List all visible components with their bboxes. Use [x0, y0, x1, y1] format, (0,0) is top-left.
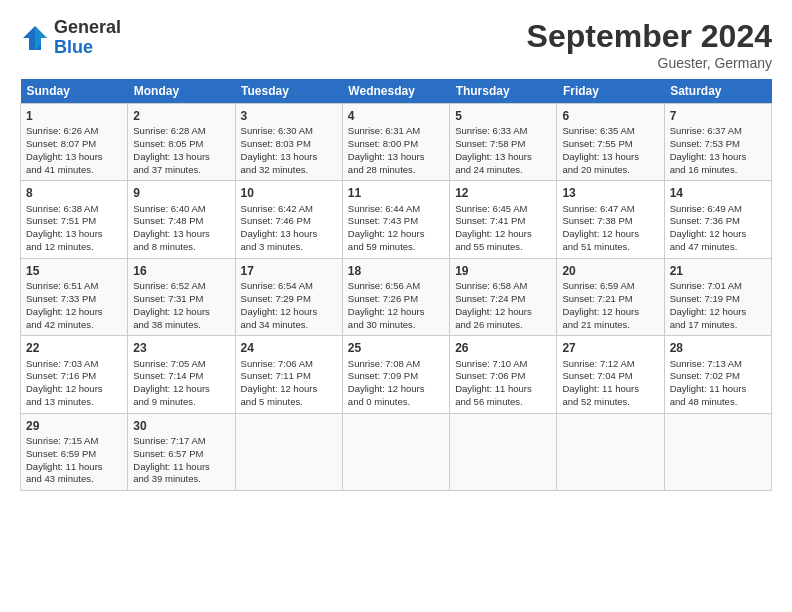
day-detail: Sunrise: 6:59 AM [562, 280, 658, 293]
day-detail: Sunset: 7:55 PM [562, 138, 658, 151]
calendar-cell [342, 413, 449, 490]
title-block: September 2024 Guester, Germany [527, 18, 772, 71]
day-number: 28 [670, 340, 766, 356]
day-detail: Sunrise: 6:47 AM [562, 203, 658, 216]
day-number: 10 [241, 185, 337, 201]
day-detail: Daylight: 12 hours [348, 383, 444, 396]
day-detail: and 38 minutes. [133, 319, 229, 332]
calendar-cell: 12Sunrise: 6:45 AMSunset: 7:41 PMDayligh… [450, 181, 557, 258]
calendar-cell: 5Sunrise: 6:33 AMSunset: 7:58 PMDaylight… [450, 104, 557, 181]
day-detail: Sunset: 7:24 PM [455, 293, 551, 306]
day-detail: and 8 minutes. [133, 241, 229, 254]
day-detail: Daylight: 12 hours [26, 306, 122, 319]
day-detail: Daylight: 12 hours [562, 228, 658, 241]
day-detail: Daylight: 12 hours [133, 383, 229, 396]
calendar-cell: 7Sunrise: 6:37 AMSunset: 7:53 PMDaylight… [664, 104, 771, 181]
weekday-header: Sunday [21, 79, 128, 104]
day-detail: and 51 minutes. [562, 241, 658, 254]
logo-line1: General [54, 18, 121, 38]
day-detail: Sunset: 7:14 PM [133, 370, 229, 383]
weekday-header: Wednesday [342, 79, 449, 104]
day-detail: Daylight: 12 hours [241, 306, 337, 319]
calendar-week: 29Sunrise: 7:15 AMSunset: 6:59 PMDayligh… [21, 413, 772, 490]
day-detail: and 48 minutes. [670, 396, 766, 409]
day-number: 29 [26, 418, 122, 434]
calendar-cell: 9Sunrise: 6:40 AMSunset: 7:48 PMDaylight… [128, 181, 235, 258]
day-detail: Daylight: 11 hours [455, 383, 551, 396]
calendar-cell [235, 413, 342, 490]
day-detail: and 24 minutes. [455, 164, 551, 177]
day-detail: Sunrise: 7:05 AM [133, 358, 229, 371]
day-detail: Sunrise: 6:45 AM [455, 203, 551, 216]
day-detail: Daylight: 12 hours [455, 228, 551, 241]
location: Guester, Germany [527, 55, 772, 71]
day-detail: and 28 minutes. [348, 164, 444, 177]
day-detail: Sunrise: 6:33 AM [455, 125, 551, 138]
day-detail: Daylight: 11 hours [133, 461, 229, 474]
day-detail: and 34 minutes. [241, 319, 337, 332]
calendar-cell: 23Sunrise: 7:05 AMSunset: 7:14 PMDayligh… [128, 336, 235, 413]
day-detail: and 41 minutes. [26, 164, 122, 177]
day-detail: Sunset: 7:11 PM [241, 370, 337, 383]
day-detail: Daylight: 12 hours [562, 306, 658, 319]
day-detail: and 16 minutes. [670, 164, 766, 177]
weekday-header: Tuesday [235, 79, 342, 104]
day-detail: and 13 minutes. [26, 396, 122, 409]
calendar-cell: 24Sunrise: 7:06 AMSunset: 7:11 PMDayligh… [235, 336, 342, 413]
day-detail: and 37 minutes. [133, 164, 229, 177]
day-number: 9 [133, 185, 229, 201]
day-detail: Sunset: 7:51 PM [26, 215, 122, 228]
day-detail: Sunset: 7:58 PM [455, 138, 551, 151]
calendar-week: 22Sunrise: 7:03 AMSunset: 7:16 PMDayligh… [21, 336, 772, 413]
day-detail: Sunrise: 6:44 AM [348, 203, 444, 216]
day-number: 3 [241, 108, 337, 124]
day-detail: Daylight: 12 hours [348, 306, 444, 319]
calendar-cell: 15Sunrise: 6:51 AMSunset: 7:33 PMDayligh… [21, 258, 128, 335]
day-number: 24 [241, 340, 337, 356]
day-detail: Daylight: 11 hours [562, 383, 658, 396]
day-detail: Sunrise: 6:26 AM [26, 125, 122, 138]
calendar-cell: 27Sunrise: 7:12 AMSunset: 7:04 PMDayligh… [557, 336, 664, 413]
day-detail: Daylight: 13 hours [241, 151, 337, 164]
day-detail: Sunrise: 7:13 AM [670, 358, 766, 371]
day-number: 6 [562, 108, 658, 124]
day-detail: Daylight: 13 hours [26, 151, 122, 164]
day-detail: Sunset: 7:06 PM [455, 370, 551, 383]
day-detail: Sunset: 7:04 PM [562, 370, 658, 383]
day-detail: Sunrise: 6:38 AM [26, 203, 122, 216]
day-number: 21 [670, 263, 766, 279]
day-detail: and 30 minutes. [348, 319, 444, 332]
day-detail: Sunset: 7:41 PM [455, 215, 551, 228]
day-number: 19 [455, 263, 551, 279]
day-detail: Daylight: 12 hours [455, 306, 551, 319]
day-detail: Sunrise: 7:06 AM [241, 358, 337, 371]
day-detail: Sunset: 7:19 PM [670, 293, 766, 306]
day-number: 23 [133, 340, 229, 356]
day-detail: Daylight: 13 hours [133, 228, 229, 241]
calendar-table: SundayMondayTuesdayWednesdayThursdayFrid… [20, 79, 772, 491]
day-detail: Sunrise: 6:49 AM [670, 203, 766, 216]
calendar-cell: 22Sunrise: 7:03 AMSunset: 7:16 PMDayligh… [21, 336, 128, 413]
day-number: 16 [133, 263, 229, 279]
day-detail: Sunrise: 7:17 AM [133, 435, 229, 448]
day-number: 8 [26, 185, 122, 201]
day-number: 5 [455, 108, 551, 124]
day-detail: Sunrise: 6:30 AM [241, 125, 337, 138]
calendar-cell: 29Sunrise: 7:15 AMSunset: 6:59 PMDayligh… [21, 413, 128, 490]
day-detail: and 59 minutes. [348, 241, 444, 254]
day-number: 30 [133, 418, 229, 434]
day-detail: Sunrise: 7:01 AM [670, 280, 766, 293]
day-detail: Sunset: 7:43 PM [348, 215, 444, 228]
calendar-header: SundayMondayTuesdayWednesdayThursdayFrid… [21, 79, 772, 104]
day-detail: Daylight: 12 hours [670, 306, 766, 319]
calendar-cell: 19Sunrise: 6:58 AMSunset: 7:24 PMDayligh… [450, 258, 557, 335]
calendar-week: 15Sunrise: 6:51 AMSunset: 7:33 PMDayligh… [21, 258, 772, 335]
calendar-cell [664, 413, 771, 490]
day-detail: and 17 minutes. [670, 319, 766, 332]
weekday-header: Monday [128, 79, 235, 104]
day-detail: Daylight: 12 hours [26, 383, 122, 396]
page-container: General Blue September 2024 Guester, Ger… [0, 0, 792, 501]
weekday-header: Saturday [664, 79, 771, 104]
day-detail: Sunset: 7:26 PM [348, 293, 444, 306]
day-detail: Sunset: 7:29 PM [241, 293, 337, 306]
